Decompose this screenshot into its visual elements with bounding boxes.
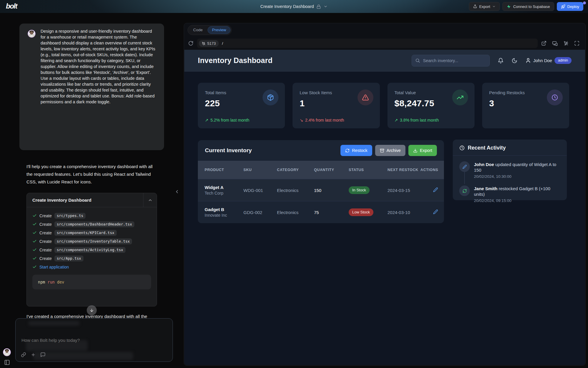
kpi-card-low-stock: Low Stock Items 1 ↘ 2.4% from last month (293, 83, 380, 128)
artifact-step: Create src/App.tsx (32, 254, 151, 263)
bolt-logo[interactable]: bolt (6, 2, 17, 10)
account-avatar[interactable] (3, 348, 11, 356)
preview-panel: Code Preview 5173 / Inventory Dashboard (184, 23, 586, 366)
open-external-icon[interactable] (541, 41, 547, 46)
plug-icon (202, 42, 206, 45)
connect-supabase-button[interactable]: Connect to Supabase (502, 2, 554, 11)
terminal-command-block: npm run dev (32, 275, 151, 289)
kpi-row: Total Items 225 ↗ 5.2% from last month L… (198, 83, 569, 128)
table-row[interactable]: Gadget B Innovate Inc GDG-002 Electronic… (198, 201, 444, 223)
inventory-dashboard-app: Inventory Dashboard John Doe admin Total… (184, 50, 585, 365)
archive-icon (380, 148, 384, 153)
top-bar-actions: Export Connect to Supabase Deploy (469, 2, 583, 11)
artifact-step: Create src/components/ActivityLog.tsx (32, 246, 151, 254)
file-chip[interactable]: src/types.ts (54, 213, 86, 219)
chat-bubble-icon[interactable] (40, 352, 46, 357)
check-icon (32, 248, 37, 252)
user-message-card: Design a responsive and user-friendly in… (19, 24, 164, 150)
artifact-card: Create Inventory Dashboard Create src/ty… (26, 193, 157, 306)
edit-pencil-icon[interactable] (433, 209, 438, 214)
artifact-steps: Create src/types.ts Create src/component… (27, 207, 157, 289)
start-application-link[interactable]: Start application (39, 265, 69, 269)
clock-icon (547, 89, 563, 105)
url-path: / (222, 41, 223, 46)
editor-tabs-row: Code Preview (184, 23, 585, 37)
file-chip[interactable]: src/components/ActivityLog.tsx (54, 247, 126, 253)
quantity-value[interactable]: 150 (314, 188, 349, 193)
lock-icon (317, 4, 321, 9)
start-application-step: Start application (32, 263, 151, 271)
export-csv-button[interactable]: Export (408, 145, 437, 156)
trend-up-arrow: ↗ (205, 118, 208, 122)
check-icon (32, 222, 37, 226)
url-bar[interactable]: 5173 / (197, 39, 538, 48)
file-chip[interactable]: src/components/InventoryTable.tsx (54, 238, 132, 244)
chevron-up-icon (148, 198, 153, 203)
recent-activity-header: Recent Activity (453, 140, 567, 156)
tab-code[interactable]: Code (189, 26, 207, 34)
notification-dot (583, 1, 586, 4)
deploy-button[interactable]: Deploy (557, 2, 583, 11)
check-icon (32, 239, 37, 243)
archive-button[interactable]: Archive (375, 145, 405, 156)
sparkles-icon[interactable] (31, 352, 36, 357)
artifact-step: Create src/components/KPICard.tsx (32, 228, 151, 237)
bell-icon[interactable] (498, 58, 504, 64)
artifact-step: Create src/types.ts (32, 211, 151, 220)
check-icon (32, 265, 37, 269)
chat-input-box[interactable] (15, 318, 173, 362)
project-title-group[interactable]: Create Inventory Dashboard (260, 0, 328, 13)
code-preview-toggle: Code Preview (188, 25, 232, 35)
search-input[interactable] (412, 55, 490, 67)
devices-icon[interactable] (552, 41, 558, 46)
dashboard-header-actions: John Doe admin (412, 55, 572, 67)
preview-toolbar: 5173 / (184, 37, 585, 50)
artifact-step: Create src/components/DashboardHeader.ts… (32, 220, 151, 228)
pencil-icon (459, 161, 470, 172)
inventory-card-header: Current Inventory Restock Archive Export (198, 140, 444, 161)
activity-timestamp: 20/02/2024, 10:30:00 (474, 174, 560, 179)
file-chip[interactable]: src/components/DashboardHeader.tsx (54, 221, 134, 227)
top-bar: bolt Create Inventory Dashboard Export C… (0, 0, 588, 13)
artifact-header: Create Inventory Dashboard (27, 193, 157, 207)
inventory-search[interactable] (412, 55, 490, 67)
timeline-connector (464, 171, 465, 184)
collapse-button[interactable] (143, 193, 157, 207)
reload-icon[interactable] (188, 41, 193, 46)
dark-mode-toggle-moon-icon[interactable] (512, 58, 517, 64)
quantity-value[interactable]: 75 (314, 210, 349, 215)
kpi-card-total-items: Total Items 225 ↗ 5.2% from last month (198, 83, 285, 128)
user-menu[interactable]: John Doe admin (525, 57, 572, 64)
check-icon (32, 231, 37, 235)
fullscreen-icon[interactable] (574, 41, 579, 46)
chevron-down-icon[interactable] (324, 4, 328, 9)
inspector-cursor-icon[interactable] (563, 41, 569, 46)
inventory-table-header: Product SKU Category Quantity Status Nex… (198, 161, 444, 179)
dashboard-title: Inventory Dashboard (198, 56, 273, 65)
chevron-down-icon (492, 5, 496, 8)
supabase-bolt-icon (507, 4, 511, 9)
artifact-step: Create src/components/InventoryTable.tsx (32, 237, 151, 246)
file-chip[interactable]: src/App.tsx (54, 256, 83, 261)
assistant-intro-text: I'll help you create a comprehensive inv… (26, 163, 159, 186)
search-icon (415, 58, 420, 63)
scroll-to-bottom-button[interactable] (87, 305, 97, 315)
sidebar-toggle-icon[interactable] (4, 359, 10, 365)
package-icon (263, 89, 278, 105)
dashboard-header: Inventory Dashboard John Doe admin (184, 50, 585, 72)
link-icon[interactable] (21, 352, 26, 357)
restock-button[interactable]: Restock (340, 145, 372, 156)
port-pill[interactable]: 5173 (199, 40, 219, 47)
project-title: Create Inventory Dashboard (260, 4, 314, 9)
export-button[interactable]: Export (469, 2, 500, 11)
trend-down-arrow: ↘ (300, 118, 303, 122)
edit-pencil-icon[interactable] (433, 187, 438, 192)
file-chip[interactable]: src/components/KPICard.tsx (54, 230, 117, 236)
collapse-chat-chevron[interactable] (174, 189, 180, 194)
table-row[interactable]: Widget A Tech Corp WDG-001 Electronics 1… (198, 179, 444, 201)
export-icon (473, 4, 477, 9)
refresh-icon (459, 185, 470, 196)
tab-preview[interactable]: Preview (208, 26, 230, 34)
user-name: John Doe (533, 58, 552, 63)
user-avatar (28, 30, 36, 38)
